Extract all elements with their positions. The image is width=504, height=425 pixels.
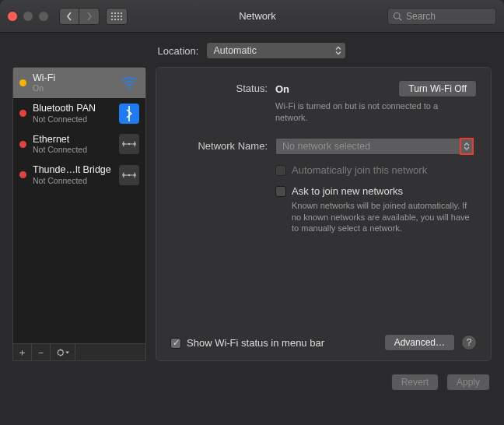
location-select[interactable]: Automatic [206,42,346,59]
sidebar-item-sub: Not Connected [33,145,113,154]
svg-line-1 [399,18,401,20]
advanced-button[interactable]: Advanced… [384,334,455,351]
ethernet-icon [119,165,139,185]
svg-line-14 [58,349,58,350]
detail-panel: Status: On Turn Wi-Fi Off Wi-Fi is turne… [156,67,492,361]
svg-line-16 [58,354,58,355]
help-button[interactable]: ? [461,335,477,350]
forward-button[interactable] [79,8,100,25]
network-name-row: Network Name: No network selected Automa… [170,138,477,235]
sidebar-item-thunde-lt-bridge[interactable]: Thunde…lt BridgeNot Connected [13,160,145,190]
status-dot-icon [19,79,26,86]
checkbox-icon [275,165,286,176]
status-detail: Wi-Fi is turned on but is not connected … [275,100,462,124]
service-actions-button[interactable] [51,344,75,360]
search-icon [393,12,402,21]
footer-buttons: Revert Apply [0,369,504,391]
chevron-right-icon [86,12,93,21]
sidebar-item-text: Bluetooth PANNot Connected [33,103,113,123]
search-field[interactable]: Search [387,8,496,25]
apply-button[interactable]: Apply [446,374,490,391]
sidebar-item-name: Ethernet [33,134,113,145]
traffic-lights [8,12,48,21]
ethernet-icon [119,134,139,154]
services-list: Wi-FiOnBluetooth PANNot ConnectedEtherne… [13,68,145,343]
main-area: Wi-FiOnBluetooth PANNot ConnectedEtherne… [0,67,504,369]
sidebar-item-name: Bluetooth PAN [33,103,113,114]
checkbox-icon [170,338,181,349]
svg-point-0 [394,12,401,19]
svg-point-2 [128,87,130,90]
content-bottom-row: Show Wi-Fi status in menu bar Advanced… … [170,334,477,351]
services-sidebar: Wi-FiOnBluetooth PANNot ConnectedEtherne… [12,67,146,361]
toggle-wifi-button[interactable]: Turn Wi-Fi Off [398,80,477,97]
location-label: Location: [158,45,199,57]
sidebar-item-text: EthernetNot Connected [33,134,113,154]
show-all-button[interactable] [106,8,128,25]
chevron-left-icon [66,12,72,21]
zoom-window-button[interactable] [39,12,48,21]
sidebar-item-sub: Not Connected [33,176,113,185]
sidebar-item-text: Wi-FiOn [33,72,113,93]
checkbox-icon [275,186,286,197]
ask-join-label: Ask to join new networks [292,185,403,197]
network-name-stepper-highlight[interactable] [460,138,474,155]
add-service-button[interactable]: ＋ [13,344,32,360]
network-name-value: No network selected [282,141,370,152]
sidebar-item-sub: Not Connected [33,114,113,124]
sidebar-item-ethernet[interactable]: EthernetNot Connected [13,129,145,160]
network-name-select[interactable]: No network selected [275,138,474,155]
status-row: Status: On Turn Wi-Fi Off Wi-Fi is turne… [170,80,477,124]
network-name-label: Network Name: [170,138,268,152]
wifi-icon [119,72,139,93]
updown-stepper-icon [332,44,344,57]
status-dot-icon [19,141,26,148]
menubar-label: Show Wi-Fi status in menu bar [187,337,324,349]
titlebar: Network Search [0,0,504,33]
menubar-checkbox[interactable]: Show Wi-Fi status in menu bar [170,337,324,349]
location-row: Location: Automatic [0,33,504,67]
svg-point-9 [58,349,63,355]
gear-dropdown-icon [57,348,69,357]
status-value: On [275,83,289,95]
ask-join-detail: Known networks will be joined automatica… [292,200,477,235]
svg-line-17 [62,349,63,350]
sidebar-item-bluetooth-pan[interactable]: Bluetooth PANNot Connected [13,98,145,128]
status-dot-icon [19,110,26,117]
minimize-window-button[interactable] [23,12,33,21]
back-button[interactable] [59,8,79,25]
grid-icon [111,12,122,20]
status-label: Status: [170,80,268,94]
revert-button[interactable]: Revert [391,374,439,391]
location-value: Automatic [213,45,257,56]
sidebar-item-name: Wi-Fi [33,72,113,83]
sidebar-footer: ＋ － [13,343,145,360]
sidebar-item-sub: On [33,83,113,93]
sidebar-item-text: Thunde…lt BridgeNot Connected [33,164,113,184]
sidebar-item-name: Thunde…lt Bridge [33,164,113,175]
window-title: Network [128,10,387,22]
close-window-button[interactable] [8,12,17,21]
search-placeholder: Search [406,11,436,22]
svg-line-15 [62,354,63,355]
remove-service-button[interactable]: － [32,344,51,360]
auto-join-label: Automatically join this network [292,164,427,176]
status-dot-icon [19,171,26,178]
sidebar-item-wi-fi[interactable]: Wi-FiOn [13,68,145,98]
bluetooth-icon [119,104,139,124]
auto-join-checkbox: Automatically join this network [275,164,477,176]
ask-join-checkbox[interactable]: Ask to join new networks Known networks … [275,185,477,235]
